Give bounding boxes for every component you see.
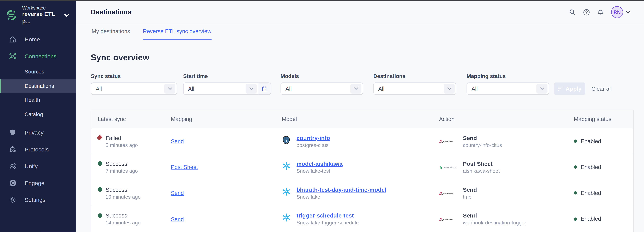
sidebar: Workspace reverse ETL p... Home [0,0,76,232]
action-cell: webhooks Send webhook-destination-trigge… [439,212,574,226]
home-icon [8,35,17,43]
sidebar-subitem-label: Sources [25,69,44,75]
sidebar-item-destinations[interactable]: Destinations [0,79,76,93]
model-source: postgres-citus [296,142,330,148]
enabled-status-dot [574,217,577,221]
success-status-icon [98,161,102,166]
sidebar-item-health[interactable]: Health [0,93,76,107]
page-title: Sync overview [91,52,644,62]
action-destination: tmp [463,194,477,200]
notifications-bell-icon[interactable] [596,8,605,16]
mapping-status-value: All [472,86,536,92]
column-header-mapping: Mapping [171,116,282,122]
model-link[interactable]: model-aishikawa [296,160,342,167]
protocols-icon [8,145,17,153]
tab-my-destinations[interactable]: My destinations [92,28,130,40]
model-link[interactable]: trigger-schedule-test [296,212,359,219]
mapping-status-select[interactable]: All [467,82,549,95]
model-source: Snowflake-trigger-schedule [296,220,359,226]
mapping-status-text: Enabled [581,216,601,222]
mapping-link[interactable]: Send [171,190,184,196]
chevron-down-icon [164,84,176,94]
sidebar-item-catalog[interactable]: Catalog [0,107,76,121]
mapping-cell: Send [171,137,282,145]
gear-icon [8,196,17,204]
page-header-title: Destinations [91,8,132,16]
enabled-status-dot [574,140,577,143]
avatar[interactable]: RN [611,6,623,18]
model-source: Snowflake [296,194,386,200]
topbar: Destinations [76,1,644,23]
webhooks-icon: webhooks [439,187,457,200]
rudderstack-logo-icon [5,9,18,21]
google-sheets-icon: Google Sheets [439,161,457,174]
calendar-icon[interactable] [258,83,271,94]
clear-all-link[interactable]: Clear all [592,86,612,92]
sidebar-item-privacy[interactable]: Privacy [0,124,76,141]
chevron-down-icon [246,84,257,94]
snowflake-icon [282,161,291,170]
chevron-down-icon [350,84,362,94]
sidebar-item-sources[interactable]: Sources [0,65,76,79]
snowflake-icon [282,213,291,222]
filter-label-destinations: Destinations [373,73,456,79]
workspace-switcher[interactable]: Workspace reverse ETL p... [0,1,76,28]
sidebar-item-unify[interactable]: Unify [0,158,76,175]
success-status-icon [98,213,102,218]
snowflake-icon [282,187,291,196]
search-icon[interactable] [568,8,576,16]
column-header-mapping-status: Mapping status [574,116,633,122]
filter-label-sync-status: Sync status [91,73,177,79]
destinations-select[interactable]: All [373,82,456,95]
column-header-action: Action [439,116,574,122]
sidebar-item-home[interactable]: Home [0,31,76,48]
model-link[interactable]: bharath-test-day-and-time-model [296,186,386,193]
main-content: Destinations [76,0,644,232]
chevron-down-icon [444,84,455,94]
sync-status-select[interactable]: All [91,82,177,95]
sidebar-item-engage[interactable]: Engage [0,175,76,191]
filter-icon [558,86,563,91]
mapping-link[interactable]: Send [171,216,184,222]
latest-sync-cell: Success 7 minutes ago [98,160,171,174]
unify-icon [8,162,17,170]
sidebar-item-label: Protocols [25,146,49,153]
sidebar-nav: Home Connections Sources Destinations He… [0,31,76,208]
mapping-status-cell: Enabled [574,216,633,222]
mapping-link[interactable]: Send [171,138,184,144]
model-cell: model-aishikawa Snowflake-test [282,160,439,174]
account-chevron-down-icon[interactable] [626,11,630,13]
latest-sync-cell: Failed 5 minutes ago [98,134,171,148]
chevron-down-icon [536,84,548,94]
action-title: Send [463,186,477,193]
tab-bar: My destinations Reverse ETL sync overvie… [92,28,644,40]
webhooks-icon: webhooks [439,136,457,148]
apply-button[interactable]: Apply [554,82,585,95]
enabled-status-dot [574,191,577,195]
sidebar-item-connections[interactable]: Connections [0,48,76,64]
sync-time: 10 minutes ago [106,194,171,200]
models-select[interactable]: All [280,82,363,95]
action-title: Post Sheet [463,160,500,167]
sidebar-item-protocols[interactable]: Protocols [0,141,76,158]
mapping-link[interactable]: Post Sheet [171,164,198,170]
apply-button-label: Apply [566,85,582,92]
tab-reverse-etl-sync-overview[interactable]: Reverse ETL sync overview [143,28,212,40]
models-value: All [286,86,350,92]
mapping-cell: Post Sheet [171,163,282,171]
sync-time: 14 minutes ago [106,220,171,226]
filter-label-mapping-status: Mapping status [467,73,549,79]
action-destination: country-info-citus [463,142,502,148]
mapping-status-cell: Enabled [574,138,633,144]
sync-status-text: Failed [106,134,121,141]
sidebar-item-label: Privacy [25,129,44,136]
action-destination: webhook-destination-trigger [463,220,526,226]
action-title: Send [463,212,526,219]
model-link[interactable]: country-info [296,134,330,141]
start-time-select[interactable]: All [183,82,271,95]
sidebar-item-settings[interactable]: Settings [0,191,76,208]
filter-label-start-time: Start time [183,73,271,79]
sync-status-text: Success [106,186,128,193]
help-icon[interactable] [582,8,591,16]
workspace-chevron-down-icon [64,13,70,16]
